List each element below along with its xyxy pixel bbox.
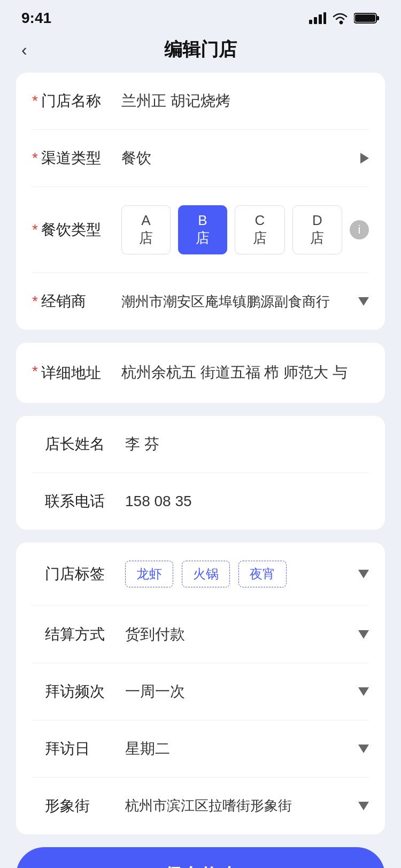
required-star: * bbox=[32, 92, 38, 110]
arrow-down-icon bbox=[358, 570, 369, 578]
wifi-icon bbox=[331, 12, 349, 25]
page-title: 编辑门店 bbox=[164, 37, 237, 62]
svg-rect-5 bbox=[376, 16, 379, 20]
required-star: * bbox=[32, 221, 38, 238]
visit-freq-label: 拜访频次 bbox=[45, 681, 114, 702]
visit-day-value: 星期二 bbox=[125, 739, 358, 759]
channel-type-label: 渠道类型 bbox=[41, 148, 111, 168]
svg-rect-0 bbox=[309, 20, 312, 24]
address-row[interactable]: * 详细地址 杭州余杭五 街道五福 栉 师范大 与 bbox=[32, 343, 369, 403]
visit-day-label: 拜访日 bbox=[45, 739, 114, 759]
extras-card: 门店标签 龙虾 火锅 夜宵 结算方式 货到付款 拜访频次 一周一次 拜访日 星期… bbox=[16, 542, 385, 834]
arrow-down-icon bbox=[358, 802, 369, 810]
arrow-right-icon bbox=[360, 153, 369, 164]
channel-type-row[interactable]: * 渠道类型 餐饮 bbox=[32, 130, 369, 187]
manager-name-value[interactable]: 李 芬 bbox=[125, 434, 369, 454]
catering-type-row: * 餐饮类型 A店 B店 C店 D店 i bbox=[32, 187, 369, 273]
image-street-row[interactable]: 形象街 杭州市滨江区拉嗜街形象街 bbox=[32, 778, 369, 834]
status-icons bbox=[309, 12, 380, 25]
store-tags-row[interactable]: 门店标签 龙虾 火锅 夜宵 bbox=[32, 542, 369, 606]
svg-rect-1 bbox=[314, 17, 317, 24]
required-star: * bbox=[32, 150, 38, 167]
back-button[interactable]: ‹ bbox=[21, 40, 27, 60]
manager-name-row: 店长姓名 李 芬 bbox=[32, 416, 369, 473]
image-street-label: 形象街 bbox=[45, 796, 114, 816]
arrow-down-icon bbox=[358, 745, 369, 753]
visit-freq-value: 一周一次 bbox=[125, 681, 358, 702]
manager-info-card: 店长姓名 李 芬 联系电话 158 08 35 bbox=[16, 416, 385, 530]
visit-freq-row[interactable]: 拜访频次 一周一次 bbox=[32, 663, 369, 720]
store-info-card: * 门店名称 兰州正 胡记烧烤 * 渠道类型 餐饮 * 餐饮类型 A店 B店 C… bbox=[16, 73, 385, 330]
address-label: 详细地址 bbox=[41, 361, 111, 383]
nav-bar: ‹ 编辑门店 bbox=[0, 32, 401, 73]
arrow-down-icon bbox=[358, 687, 369, 696]
store-name-value[interactable]: 兰州正 胡记烧烤 bbox=[121, 91, 369, 111]
store-tags-label: 门店标签 bbox=[45, 564, 114, 584]
contact-phone-value[interactable]: 158 08 35 bbox=[125, 493, 369, 510]
svg-rect-3 bbox=[323, 12, 326, 24]
save-button-wrap: 保存修改 bbox=[0, 847, 401, 868]
dealer-value: 潮州市潮安区庵埠镇鹏源副食商行 bbox=[121, 292, 353, 311]
payment-row[interactable]: 结算方式 货到付款 bbox=[32, 606, 369, 663]
tag-nightout[interactable]: 夜宵 bbox=[238, 561, 287, 587]
catering-type-label: 餐饮类型 bbox=[41, 220, 111, 240]
address-card: * 详细地址 杭州余杭五 街道五福 栉 师范大 与 bbox=[16, 343, 385, 403]
manager-name-label: 店长姓名 bbox=[45, 434, 114, 454]
store-name-label: 门店名称 bbox=[41, 91, 111, 111]
image-street-value: 杭州市滨江区拉嗜街形象街 bbox=[125, 796, 358, 815]
store-name-row: * 门店名称 兰州正 胡记烧烤 bbox=[32, 73, 369, 130]
required-star: * bbox=[32, 361, 38, 380]
battery-icon bbox=[354, 12, 380, 25]
dealer-label: 经销商 bbox=[41, 291, 111, 312]
address-value: 杭州余杭五 街道五福 栉 师范大 与 bbox=[121, 361, 369, 385]
arrow-down-icon bbox=[358, 630, 369, 639]
required-star: * bbox=[32, 293, 38, 310]
arrow-down-icon bbox=[358, 297, 369, 306]
svg-rect-6 bbox=[355, 14, 375, 22]
status-time: 9:41 bbox=[21, 10, 51, 27]
visit-day-row[interactable]: 拜访日 星期二 bbox=[32, 720, 369, 778]
payment-label: 结算方式 bbox=[45, 624, 114, 645]
svg-rect-2 bbox=[319, 14, 322, 24]
status-bar: 9:41 bbox=[0, 0, 401, 32]
type-btn-b[interactable]: B店 bbox=[178, 205, 227, 254]
info-icon[interactable]: i bbox=[350, 220, 369, 239]
save-button[interactable]: 保存修改 bbox=[16, 847, 385, 868]
signal-icon bbox=[309, 12, 326, 24]
type-btn-c[interactable]: C店 bbox=[235, 205, 284, 254]
tag-hotpot[interactable]: 火锅 bbox=[182, 561, 230, 587]
type-btn-d[interactable]: D店 bbox=[292, 205, 342, 254]
type-btn-a[interactable]: A店 bbox=[121, 205, 171, 254]
payment-value: 货到付款 bbox=[125, 624, 358, 645]
dealer-row[interactable]: * 经销商 潮州市潮安区庵埠镇鹏源副食商行 bbox=[32, 273, 369, 330]
tag-lobster[interactable]: 龙虾 bbox=[125, 561, 173, 587]
contact-phone-label: 联系电话 bbox=[45, 491, 114, 511]
store-tags: 龙虾 火锅 夜宵 bbox=[125, 561, 358, 587]
catering-type-buttons: A店 B店 C店 D店 i bbox=[121, 205, 369, 254]
contact-phone-row: 联系电话 158 08 35 bbox=[32, 473, 369, 530]
channel-type-value: 餐饮 bbox=[121, 148, 360, 168]
